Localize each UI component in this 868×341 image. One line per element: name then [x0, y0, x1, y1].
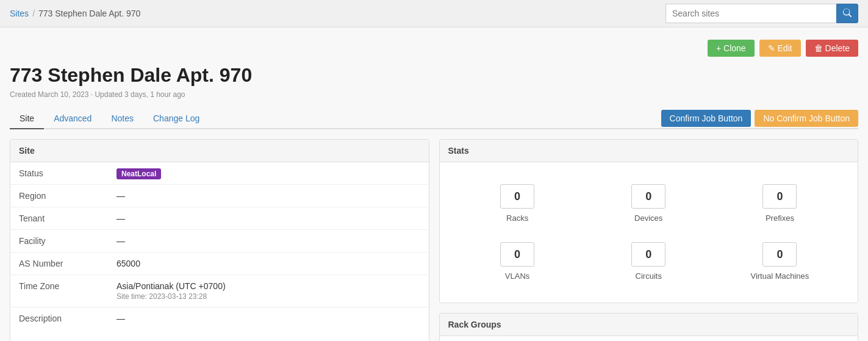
stat-racks: 0 Racks [452, 174, 583, 232]
stat-circuits-value: 0 [631, 242, 665, 267]
tabs: Site Advanced Notes Change Log Confirm J… [10, 109, 858, 129]
tabs-left: Site Advanced Notes Change Log [10, 109, 209, 128]
tab-site[interactable]: Site [10, 109, 44, 129]
page-meta: Created March 10, 2023 · Updated 3 days,… [10, 90, 858, 99]
table-row: Region — [10, 185, 429, 207]
site-time-subtext: Site time: 2023-03-13 23:28 [117, 292, 420, 301]
confirm-job-button[interactable]: Confirm Job Button [661, 110, 751, 127]
field-label-facility: Facility [10, 230, 108, 253]
stats-card-body: 0 Racks 0 Devices 0 Prefixes 0 [440, 162, 858, 303]
stat-circuits-label: Circuits [636, 271, 662, 281]
status-badge: NeatLocal [117, 168, 161, 179]
breadcrumb-current: 773 Stephen Dale Apt. 970 [38, 9, 140, 18]
action-buttons: + Clone ✎ Edit 🗑 Delete [10, 40, 858, 57]
top-bar: Sites / 773 Stephen Dale Apt. 970 [0, 0, 868, 27]
rack-groups-card: Rack Groups [439, 313, 859, 341]
table-row: Tenant — [10, 207, 429, 230]
stat-vms: 0 Virtual Machines [714, 232, 845, 290]
stats-card: Stats 0 Racks 0 Devices 0 Prefi [439, 139, 859, 303]
main-columns: Site Status NeatLocal Region — [10, 139, 858, 341]
stats-grid: 0 Racks 0 Devices 0 Prefixes 0 [440, 162, 858, 303]
stat-vms-value: 0 [762, 242, 797, 267]
stat-racks-label: Racks [506, 214, 528, 223]
stat-prefixes-value: 0 [762, 184, 797, 209]
field-label-region: Region [10, 185, 108, 207]
stat-vlans: 0 VLANs [452, 232, 583, 290]
field-label-tenant: Tenant [10, 207, 108, 230]
page-content: + Clone ✎ Edit 🗑 Delete 773 Stephen Dale… [0, 27, 868, 341]
rack-groups-card-body [440, 336, 858, 341]
field-value-timezone: Asia/Pontianak (UTC +0700) Site time: 20… [108, 275, 429, 307]
stat-devices-label: Devices [634, 214, 662, 223]
field-value-facility: — [108, 230, 429, 253]
tab-changelog[interactable]: Change Log [143, 109, 209, 129]
field-value-region: — [108, 185, 429, 207]
table-row: Status NeatLocal [10, 162, 429, 185]
field-label-status: Status [10, 162, 108, 185]
stat-vlans-value: 0 [500, 242, 534, 267]
search-icon [843, 9, 852, 17]
site-card-body: Status NeatLocal Region — Tenant — [10, 162, 429, 329]
search-bar [665, 4, 858, 23]
page-title: 773 Stephen Dale Apt. 970 [10, 64, 858, 87]
field-value-description: — [108, 307, 429, 330]
stat-vms-label: Virtual Machines [750, 271, 809, 281]
stats-card-header: Stats [440, 140, 858, 162]
clone-button[interactable]: + Clone [708, 40, 755, 57]
table-row: AS Number 65000 [10, 253, 429, 275]
field-value-status: NeatLocal [108, 162, 429, 185]
site-info-table: Status NeatLocal Region — Tenant — [10, 162, 429, 329]
stat-prefixes-label: Prefixes [766, 214, 794, 223]
site-card: Site Status NeatLocal Region — [10, 139, 429, 341]
field-value-tenant: — [108, 207, 429, 230]
stat-circuits: 0 Circuits [583, 232, 714, 290]
table-row: Facility — [10, 230, 429, 253]
site-card-header: Site [10, 140, 429, 162]
tab-notes[interactable]: Notes [101, 109, 143, 129]
field-value-as-number: 65000 [108, 253, 429, 275]
search-button[interactable] [836, 4, 858, 23]
stat-vlans-label: VLANs [505, 271, 529, 281]
stat-racks-value: 0 [500, 184, 534, 209]
tab-advanced[interactable]: Advanced [44, 109, 101, 129]
field-label-timezone: Time Zone [10, 275, 108, 307]
edit-button[interactable]: ✎ Edit [759, 40, 801, 57]
breadcrumb-parent[interactable]: Sites [10, 9, 29, 18]
table-row: Time Zone Asia/Pontianak (UTC +0700) Sit… [10, 275, 429, 307]
search-input[interactable] [665, 4, 836, 23]
stat-devices: 0 Devices [583, 174, 714, 232]
rack-groups-card-header: Rack Groups [440, 314, 858, 336]
field-label-description: Description [10, 307, 108, 330]
stat-prefixes: 0 Prefixes [714, 174, 845, 232]
breadcrumb-separator: / [32, 9, 35, 18]
field-label-as-number: AS Number [10, 253, 108, 275]
stat-devices-value: 0 [631, 184, 665, 209]
right-column: Stats 0 Racks 0 Devices 0 Prefi [439, 139, 859, 341]
table-row: Description — [10, 307, 429, 330]
no-confirm-job-button[interactable]: No Confirm Job Button [755, 110, 858, 127]
tab-job-buttons: Confirm Job Button No Confirm Job Button [661, 110, 858, 127]
delete-button[interactable]: 🗑 Delete [806, 40, 858, 57]
breadcrumb: Sites / 773 Stephen Dale Apt. 970 [10, 9, 140, 18]
